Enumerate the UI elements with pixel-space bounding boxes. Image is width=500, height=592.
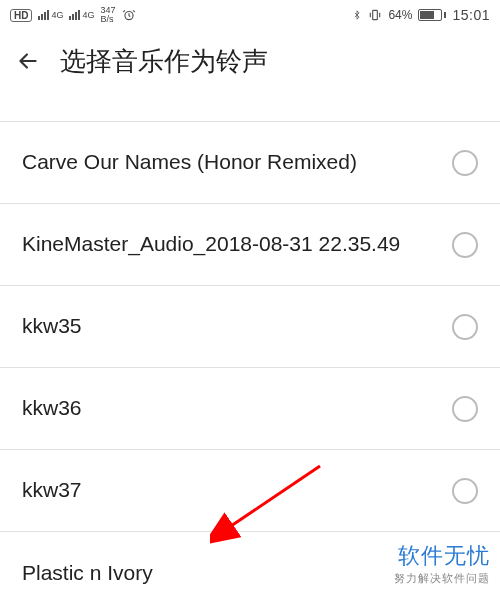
radio-unchecked-icon[interactable]: [452, 232, 478, 258]
list-item-label: KineMaster_Audio_2018-08-31 22.35.49: [22, 230, 400, 258]
radio-unchecked-icon[interactable]: [452, 314, 478, 340]
status-bar: HD 4G 4G 347 B/s: [0, 0, 500, 30]
list-item[interactable]: kkw37: [0, 450, 500, 532]
list-item-label: Plastic n Ivory: [22, 559, 153, 587]
status-left: HD 4G 4G 347 B/s: [10, 6, 136, 24]
signal-2-label: 4G: [82, 10, 94, 20]
signal-2: 4G: [69, 10, 94, 20]
list-item-label: kkw36: [22, 394, 82, 422]
vibrate-icon: [368, 8, 382, 22]
page-title: 选择音乐作为铃声: [60, 44, 268, 79]
radio-unchecked-icon[interactable]: [452, 478, 478, 504]
radio-unchecked-icon[interactable]: [452, 396, 478, 422]
hd-badge: HD: [10, 9, 32, 22]
list-item-label: Carve Our Names (Honor Remixed): [22, 148, 357, 176]
battery-percent: 64%: [388, 8, 412, 22]
speed-unit: B/s: [100, 15, 115, 24]
list-item[interactable]: kkw36: [0, 368, 500, 450]
back-button[interactable]: [14, 47, 42, 75]
battery-icon: [418, 9, 446, 21]
ringtone-list: Carve Our Names (Honor Remixed) KineMast…: [0, 100, 500, 592]
list-item[interactable]: KineMaster_Audio_2018-08-31 22.35.49: [0, 204, 500, 286]
list-item-partial-top: [0, 100, 500, 122]
bluetooth-icon: [352, 8, 362, 22]
radio-unchecked-icon[interactable]: [452, 150, 478, 176]
header: 选择音乐作为铃声: [0, 30, 500, 92]
list-item-label: kkw37: [22, 476, 82, 504]
list-item[interactable]: Plastic n Ivory: [0, 532, 500, 592]
list-item[interactable]: Carve Our Names (Honor Remixed): [0, 122, 500, 204]
network-speed: 347 B/s: [100, 6, 115, 24]
svg-rect-1: [373, 10, 378, 19]
signal-1: 4G: [38, 10, 63, 20]
clock-time: 15:01: [452, 7, 490, 23]
alarm-icon: [122, 8, 136, 22]
arrow-left-icon: [15, 48, 41, 74]
signal-1-label: 4G: [51, 10, 63, 20]
status-right: 64% 15:01: [352, 7, 490, 23]
list-item[interactable]: kkw35: [0, 286, 500, 368]
list-item-label: kkw35: [22, 312, 82, 340]
